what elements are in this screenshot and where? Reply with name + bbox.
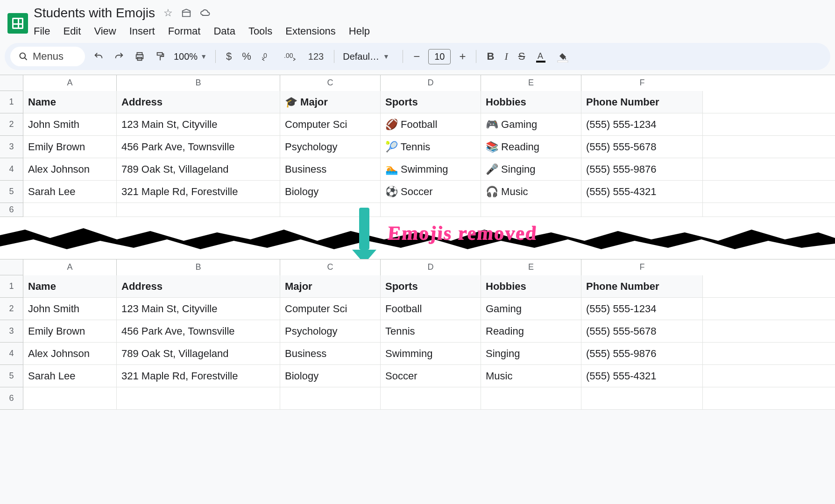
cell[interactable]: (555) 555-5678: [581, 320, 703, 342]
col-header-d[interactable]: D: [381, 259, 481, 275]
col-header-c[interactable]: C: [280, 259, 381, 275]
text-color-icon[interactable]: A: [533, 49, 548, 64]
cell[interactable]: John Smith: [23, 113, 117, 135]
cell[interactable]: Emily Brown: [23, 320, 117, 342]
star-icon[interactable]: ☆: [163, 7, 173, 19]
cell[interactable]: [381, 387, 481, 409]
cell[interactable]: 📚 Reading: [481, 136, 581, 158]
menu-extensions[interactable]: Extensions: [285, 25, 336, 37]
cell[interactable]: [481, 203, 581, 217]
cell[interactable]: 321 Maple Rd, Forestville: [117, 181, 280, 203]
cell-header-major[interactable]: 🎓 Major: [280, 91, 381, 113]
col-header-a[interactable]: A: [23, 259, 117, 275]
menu-help[interactable]: Help: [349, 25, 370, 37]
cell[interactable]: Business: [280, 158, 381, 180]
bold-button[interactable]: B: [485, 49, 496, 64]
row-header[interactable]: 2: [0, 113, 23, 136]
row-header[interactable]: 3: [0, 320, 23, 343]
cell[interactable]: 🎧 Music: [481, 181, 581, 203]
row-header[interactable]: 6: [0, 387, 23, 410]
cell[interactable]: 789 Oak St, Villageland: [117, 158, 280, 180]
cell[interactable]: Computer Sci: [280, 113, 381, 135]
font-size-increase[interactable]: +: [457, 48, 467, 65]
font-select[interactable]: Defaul… ▼: [343, 51, 394, 62]
row-header[interactable]: 1: [0, 91, 23, 113]
cell[interactable]: ⚽ Soccer: [381, 181, 481, 203]
cell[interactable]: (555) 555-4321: [581, 181, 703, 203]
col-header-f[interactable]: F: [581, 259, 703, 275]
col-header-d[interactable]: D: [381, 75, 481, 91]
col-header-e[interactable]: E: [481, 259, 581, 275]
cell[interactable]: Biology: [280, 365, 381, 387]
print-icon[interactable]: [133, 49, 147, 63]
menu-format[interactable]: Format: [168, 25, 201, 37]
cell-header-sports[interactable]: Sports: [381, 275, 481, 297]
cell[interactable]: Swimming: [381, 343, 481, 364]
decrease-decimal-icon[interactable]: .0: [260, 49, 276, 63]
row-header[interactable]: 3: [0, 136, 23, 158]
cloud-status-icon[interactable]: [200, 7, 211, 19]
menu-insert[interactable]: Insert: [129, 25, 155, 37]
cell[interactable]: (555) 555-1234: [581, 298, 703, 320]
cell[interactable]: 123 Main St, Cityville: [117, 298, 280, 320]
cell[interactable]: (555) 555-9876: [581, 343, 703, 364]
cell[interactable]: Football: [381, 298, 481, 320]
cell[interactable]: [481, 387, 581, 409]
row-header[interactable]: 5: [0, 181, 23, 203]
cell[interactable]: (555) 555-1234: [581, 113, 703, 135]
strikethrough-button[interactable]: S: [517, 49, 527, 64]
cell[interactable]: Emily Brown: [23, 136, 117, 158]
cell-header-address[interactable]: Address: [117, 275, 280, 297]
cell[interactable]: John Smith: [23, 298, 117, 320]
cell-header-hobbies[interactable]: Hobbies: [481, 91, 581, 113]
cell[interactable]: Psychology: [280, 136, 381, 158]
cell-header-phone[interactable]: Phone Number: [581, 275, 703, 297]
col-header-a[interactable]: A: [23, 75, 117, 91]
cell-header-hobbies[interactable]: Hobbies: [481, 275, 581, 297]
redo-icon[interactable]: [112, 49, 126, 63]
row-header[interactable]: 2: [0, 298, 23, 320]
cell[interactable]: Singing: [481, 343, 581, 364]
cell[interactable]: Tennis: [381, 320, 481, 342]
fill-color-icon[interactable]: [555, 49, 571, 64]
paint-format-icon[interactable]: [153, 49, 167, 63]
cell[interactable]: [381, 203, 481, 217]
cell-header-name[interactable]: Name: [23, 275, 117, 297]
cell[interactable]: 456 Park Ave, Townsville: [117, 136, 280, 158]
cell[interactable]: Computer Sci: [280, 298, 381, 320]
cell[interactable]: Alex Johnson: [23, 343, 117, 364]
cell[interactable]: [23, 203, 117, 217]
cell[interactable]: [581, 387, 703, 409]
cell-header-major[interactable]: Major: [280, 275, 381, 297]
cell[interactable]: 🎮 Gaming: [481, 113, 581, 135]
cell[interactable]: 🏊 Swimming: [381, 158, 481, 180]
select-all-corner[interactable]: [0, 259, 23, 275]
font-size-decrease[interactable]: −: [411, 48, 422, 65]
cell-header-sports[interactable]: Sports: [381, 91, 481, 113]
cell[interactable]: Sarah Lee: [23, 365, 117, 387]
menu-edit[interactable]: Edit: [63, 25, 81, 37]
cell[interactable]: [280, 387, 381, 409]
cell[interactable]: [23, 387, 117, 409]
cell-header-address[interactable]: Address: [117, 91, 280, 113]
cell[interactable]: 🎤 Singing: [481, 158, 581, 180]
menu-data[interactable]: Data: [213, 25, 235, 37]
row-header[interactable]: 4: [0, 158, 23, 181]
cell[interactable]: 🎾 Tennis: [381, 136, 481, 158]
cell[interactable]: Alex Johnson: [23, 158, 117, 180]
col-header-c[interactable]: C: [280, 75, 381, 91]
cell[interactable]: 🏈 Football: [381, 113, 481, 135]
cell[interactable]: [581, 203, 703, 217]
undo-icon[interactable]: [92, 49, 106, 63]
cell[interactable]: (555) 555-9876: [581, 158, 703, 180]
font-size-input[interactable]: 10: [428, 49, 451, 64]
cell[interactable]: Business: [280, 343, 381, 364]
cell-header-name[interactable]: Name: [23, 91, 117, 113]
increase-decimal-icon[interactable]: .00: [282, 49, 300, 63]
cell[interactable]: Music: [481, 365, 581, 387]
col-header-f[interactable]: F: [581, 75, 703, 91]
cell[interactable]: Reading: [481, 320, 581, 342]
cell[interactable]: [117, 387, 280, 409]
currency-button[interactable]: $: [224, 49, 234, 64]
row-header[interactable]: 6: [0, 203, 23, 217]
